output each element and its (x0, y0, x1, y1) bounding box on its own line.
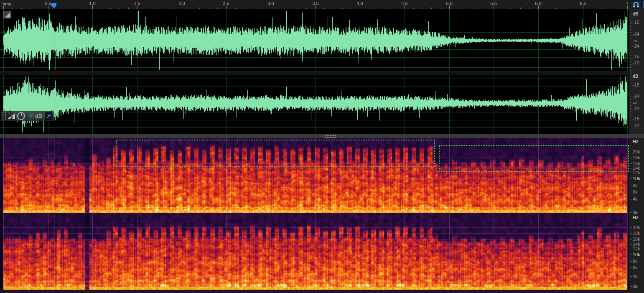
ruler-tick-label: 0,5 (45, 1, 51, 6)
ruler-tick (583, 6, 583, 9)
scale-tick (630, 79, 631, 79)
scale-tick (630, 15, 631, 15)
scale-tick (630, 64, 631, 65)
scale-tick (630, 32, 631, 33)
scale-tick (630, 108, 631, 109)
hud-pin-button[interactable] (45, 112, 52, 120)
db-scale-label: -24 (633, 106, 639, 111)
scale-tick (630, 286, 632, 287)
scale-tick (630, 76, 631, 76)
scale-tick (630, 126, 631, 126)
hz-scale-title: Hz (633, 139, 638, 144)
scale-tick (630, 85, 631, 85)
ruler-tick (538, 6, 539, 9)
hz-scale-label: 4k (633, 274, 638, 279)
panel-splitter[interactable] (0, 134, 644, 138)
spectral-selection-2[interactable] (439, 145, 629, 172)
scale-tick (630, 249, 632, 249)
scale-tick (630, 192, 632, 192)
spectral-selection-1[interactable] (116, 140, 435, 167)
scale-tick (630, 105, 631, 106)
waveform-display[interactable] (0, 9, 629, 134)
ruler-tick (92, 6, 93, 9)
db-scale-label: -12 (633, 60, 639, 65)
ruler-tick-label: 4,0 (356, 1, 363, 6)
scale-tick (630, 47, 631, 47)
scale-tick (630, 168, 632, 168)
playhead-line-spectrogram[interactable] (54, 138, 54, 290)
scale-tick (630, 53, 631, 53)
db-scale-title: dB (633, 11, 638, 16)
scale-tick (630, 29, 631, 30)
db-scale-label: -24 (633, 94, 639, 99)
ruler-tick (627, 6, 628, 9)
db-scale-label: -15 (633, 20, 639, 25)
ruler-tick (48, 6, 48, 9)
ruler-tick (226, 6, 227, 9)
gain-knob[interactable] (17, 112, 25, 120)
scale-tick (630, 23, 631, 24)
scale-tick (630, 186, 632, 186)
ruler-tick-label: 6,0 (535, 1, 541, 6)
scale-tick (630, 70, 631, 71)
scale-tick (630, 163, 632, 164)
db-scale-label: -15 (633, 54, 639, 59)
magnet-icon (633, 2, 639, 8)
ruler-tick (360, 6, 360, 9)
ruler-tick-label: 6,5 (580, 1, 586, 6)
scale-tick (630, 227, 632, 228)
playhead-line-waveform[interactable] (54, 7, 54, 134)
hz-scale-label: 8k (633, 183, 638, 188)
scale-tick (630, 50, 631, 50)
scale-tick (630, 276, 632, 277)
scale-tick (630, 99, 631, 100)
scale-tick (630, 178, 632, 179)
hz-scale-label: 18k (633, 155, 640, 160)
scale-mode-icon[interactable] (3, 11, 11, 18)
ruler-unit-label: hms (3, 1, 11, 6)
scale-tick (630, 199, 632, 199)
timeline-ruler[interactable]: hms 0,51,01,52,02,53,03,54,04,55,05,56,0… (0, 0, 644, 10)
hz-scale-label: 10k (633, 176, 640, 181)
ruler-tick (405, 6, 405, 9)
scale-tick (630, 212, 632, 213)
scale-tick (630, 44, 631, 44)
gain-value[interactable]: +0 (27, 113, 33, 119)
scale-tick (630, 120, 631, 120)
scale-tick (630, 261, 632, 262)
ruler-tick (3, 6, 4, 9)
scale-tick (630, 239, 632, 239)
hz-scale-label: 4k (633, 196, 638, 201)
ruler-tick-label: 5,5 (490, 1, 496, 6)
scale-tick (630, 67, 631, 68)
volume-hud[interactable]: +0 dB (1, 111, 54, 121)
db-scale-label: -24 (633, 31, 639, 36)
hz-scale-label: 12k (633, 170, 640, 175)
hz-scale-label: 18k (633, 231, 640, 236)
splitter-grip-icon (325, 135, 336, 138)
scale-tick (630, 73, 631, 74)
scale-tick (630, 26, 631, 27)
scale-tick (630, 244, 632, 245)
ruler-tick-label: 2,5 (223, 1, 229, 6)
waveform-panel: dB-15-24-∞-24-15-12dB-15-24-∞-24-15-12 +… (0, 9, 644, 134)
hz-scale-title: Hz (633, 215, 638, 220)
hud-drag-grip-icon[interactable] (3, 112, 6, 120)
scale-tick (630, 88, 631, 88)
scale-tick (630, 59, 631, 59)
scale-tick (630, 114, 631, 115)
scale-tick (630, 20, 631, 21)
snap-toggle-button[interactable] (631, 1, 641, 8)
hz-scale: Hz20k18k16k14k12k10k8k6k4k1kHz20k18k16k1… (629, 138, 644, 293)
ruler-tick-label: 4,5 (401, 1, 407, 6)
spectrogram-panel: Hz20k18k16k14k12k10k8k6k4k1kHz20k18k16k1… (0, 138, 644, 293)
ruler-tick (316, 6, 316, 9)
scale-tick (630, 268, 632, 268)
scale-tick (630, 82, 631, 82)
level-bars-icon (8, 113, 15, 119)
db-scale-label: -15 (633, 82, 639, 87)
scale-tick (630, 117, 631, 117)
hz-scale-label: 12k (633, 246, 640, 251)
db-scale-label: -∞ (633, 38, 638, 43)
scale-tick (630, 123, 631, 123)
